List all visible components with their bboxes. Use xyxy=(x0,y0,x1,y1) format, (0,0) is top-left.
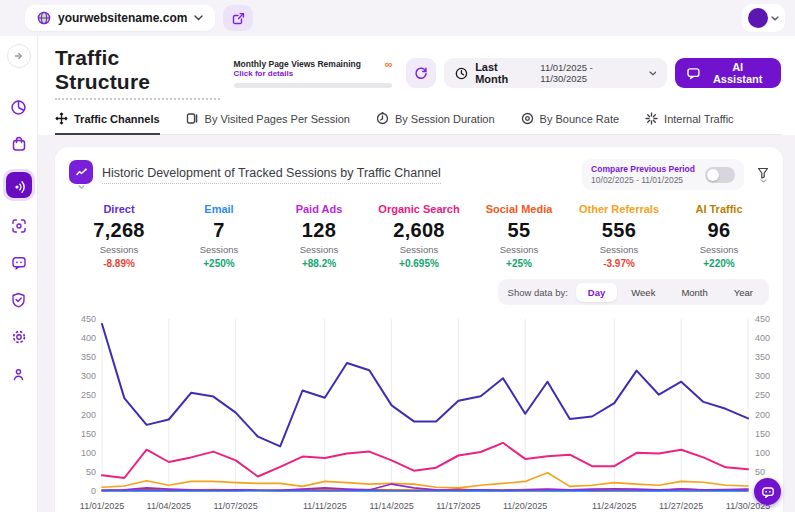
user-menu[interactable] xyxy=(742,4,785,32)
svg-text:50: 50 xyxy=(86,467,96,477)
sidebar-item-products[interactable] xyxy=(7,132,31,156)
stat-label: Social Media xyxy=(469,203,569,215)
chart-widget-icon xyxy=(69,160,93,184)
svg-text:150: 150 xyxy=(81,429,96,439)
tab-by-session-duration[interactable]: By Session Duration xyxy=(376,112,495,134)
stat-ai-traffic[interactable]: AI Traffic 96 Sessions +220% xyxy=(669,203,769,269)
toggle-knob xyxy=(707,169,719,181)
stat-value: 556 xyxy=(569,219,669,242)
chevron-down-icon xyxy=(771,16,779,21)
stat-change: -8.89% xyxy=(69,258,169,269)
stat-change: +88.2% xyxy=(269,258,369,269)
period-label: Last Month xyxy=(475,61,533,85)
granularity-day[interactable]: Day xyxy=(576,283,617,302)
stat-unit: Sessions xyxy=(369,244,469,255)
refresh-button[interactable] xyxy=(406,58,436,88)
stat-direct[interactable]: Direct 7,268 Sessions -8.89% xyxy=(69,203,169,269)
stat-paid-ads[interactable]: Paid Ads 128 Sessions +88.2% xyxy=(269,203,369,269)
ai-assistant-button[interactable]: AI Assistant xyxy=(675,58,781,88)
pages-icon xyxy=(186,112,199,125)
svg-text:300: 300 xyxy=(81,371,96,381)
stat-value: 128 xyxy=(269,219,369,242)
stat-email[interactable]: Email 7 Sessions +250% xyxy=(169,203,269,269)
stat-other-referrals[interactable]: Other Referrals 556 Sessions -3.97% xyxy=(569,203,669,269)
tab-label: By Session Duration xyxy=(395,113,495,125)
stat-unit: Sessions xyxy=(569,244,669,255)
target-icon xyxy=(11,218,27,234)
website-name: yourwebsitename.com xyxy=(58,11,187,25)
open-website-button[interactable] xyxy=(223,5,253,31)
sessions-line-chart[interactable]: 0050501001001501502002002502503003003503… xyxy=(69,311,769,512)
tab-traffic-channels[interactable]: Traffic Channels xyxy=(55,112,160,134)
tab-by-visited-pages[interactable]: By Visited Pages Per Session xyxy=(186,112,350,134)
tab-by-bounce-rate[interactable]: By Bounce Rate xyxy=(521,112,620,134)
stat-value: 2,608 xyxy=(369,219,469,242)
compare-previous-period: Compare Previous Period 10/02/2025 - 11/… xyxy=(582,159,744,190)
quota-progress-bar xyxy=(234,83,393,88)
svg-text:450: 450 xyxy=(81,314,96,324)
svg-text:100: 100 xyxy=(81,448,96,458)
avatar xyxy=(748,8,768,28)
active-item-highlight xyxy=(6,172,32,198)
tab-internal-traffic[interactable]: Internal Traffic xyxy=(645,112,734,134)
svg-text:400: 400 xyxy=(81,333,96,343)
sidebar-item-messages[interactable] xyxy=(7,251,31,275)
granularity-week[interactable]: Week xyxy=(619,283,667,302)
svg-text:11/11/2025: 11/11/2025 xyxy=(303,501,347,511)
chat-icon xyxy=(11,255,27,271)
svg-text:250: 250 xyxy=(81,390,96,400)
tab-bar: Traffic Channels By Visited Pages Per Se… xyxy=(55,100,781,135)
stat-organic-search[interactable]: Organic Search 2,608 Sessions +0.695% xyxy=(369,203,469,269)
stat-value: 7,268 xyxy=(69,219,169,242)
ai-assistant-label: AI Assistant xyxy=(706,61,769,85)
svg-text:200: 200 xyxy=(755,410,770,420)
date-range-picker[interactable]: Last Month 11/01/2025 - 11/30/2025 xyxy=(444,58,667,88)
stat-unit: Sessions xyxy=(469,244,569,255)
stat-label: Direct xyxy=(69,203,169,215)
sidebar-item-account[interactable] xyxy=(7,362,31,386)
granularity-month[interactable]: Month xyxy=(669,283,719,302)
internal-traffic-icon xyxy=(645,112,658,125)
svg-text:11/04/2025: 11/04/2025 xyxy=(147,501,191,511)
svg-text:250: 250 xyxy=(755,390,770,400)
stat-value: 96 xyxy=(669,219,769,242)
sidebar-item-tracking[interactable] xyxy=(7,214,31,238)
stat-change: +250% xyxy=(169,258,269,269)
sidebar-item-dashboard[interactable] xyxy=(7,95,31,119)
traffic-channels-icon xyxy=(55,112,68,125)
svg-text:100: 100 xyxy=(755,448,770,458)
stat-social-media[interactable]: Social Media 55 Sessions +25% xyxy=(469,203,569,269)
sidebar-item-traffic[interactable] xyxy=(3,169,35,201)
svg-text:11/20/2025: 11/20/2025 xyxy=(503,501,547,511)
collapse-sidebar-button[interactable] xyxy=(7,44,31,68)
compare-label: Compare Previous Period xyxy=(591,164,695,174)
chart-filter-button[interactable] xyxy=(757,167,769,183)
svg-text:11/24/2025: 11/24/2025 xyxy=(592,501,636,511)
external-link-icon xyxy=(232,12,245,25)
svg-text:50: 50 xyxy=(755,467,765,477)
granularity-year[interactable]: Year xyxy=(722,283,765,302)
sidebar-item-settings[interactable] xyxy=(7,325,31,349)
sidebar-item-privacy[interactable] xyxy=(7,288,31,312)
infinity-icon: ∞ xyxy=(385,59,393,69)
page-title: Traffic Structure xyxy=(55,46,220,100)
pie-chart-icon xyxy=(10,99,27,116)
stat-unit: Sessions xyxy=(69,244,169,255)
quota-details-link[interactable]: Click for details xyxy=(234,69,361,78)
stat-change: -3.97% xyxy=(569,258,669,269)
stat-change: +25% xyxy=(469,258,569,269)
svg-text:11/27/2025: 11/27/2025 xyxy=(659,501,703,511)
compare-toggle[interactable] xyxy=(705,167,735,183)
tab-label: Traffic Channels xyxy=(74,113,160,125)
show-data-by-label: Show data by: xyxy=(508,287,568,298)
support-chat-button[interactable] xyxy=(754,478,781,505)
chevron-down-icon[interactable] xyxy=(78,185,85,189)
website-selector[interactable]: yourwebsitename.com xyxy=(25,5,215,31)
chevron-down-icon xyxy=(760,179,767,183)
page-views-quota: Monthly Page Views Remaining Click for d… xyxy=(234,59,393,88)
page-header: Traffic Structure Monthly Page Views Rem… xyxy=(38,36,795,135)
sidebar xyxy=(0,36,38,512)
granularity-switcher: Show data by: Day Week Month Year xyxy=(498,279,769,305)
bag-icon xyxy=(11,136,27,152)
svg-text:11/01/2025: 11/01/2025 xyxy=(80,501,124,511)
